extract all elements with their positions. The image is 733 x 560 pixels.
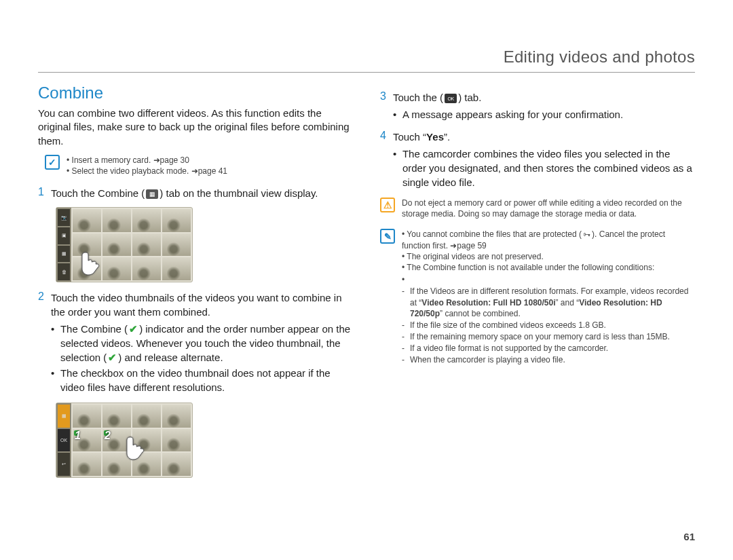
thumb-cell	[102, 405, 131, 428]
sub-bullet: The checkbox on the video thumbnail does…	[51, 366, 353, 394]
note-icon: ✎	[380, 229, 395, 244]
left-column: Combine You can combine two different vi…	[38, 83, 353, 486]
section-title: Combine	[38, 83, 353, 102]
checkmark-icon: ✔	[129, 322, 138, 336]
thumb-cell	[132, 405, 161, 428]
thumb-cell	[132, 429, 161, 452]
prerequisites-list: Insert a memory card. ➜page 30 Select th…	[67, 155, 227, 176]
sidebar-back-tab: ↩	[58, 453, 70, 476]
text: ” cannot be combined.	[440, 309, 521, 318]
thumb-cell	[132, 257, 161, 280]
ok-label: OK	[60, 438, 67, 443]
sidebar-tab: 📷	[58, 209, 70, 226]
intro-paragraph: You can combine two different videos. As…	[38, 107, 353, 148]
note-sub-item: If the remaining memory space on your me…	[402, 331, 695, 342]
warning-block: ⚠ Do not eject a memory card or power of…	[380, 198, 695, 219]
sub-bullet: A message appears asking for your confir…	[393, 107, 695, 122]
page-header: Editing videos and photos	[38, 48, 695, 67]
note-sub-list: If the Videos are in different resolutio…	[402, 274, 695, 366]
thumbnail-grid	[71, 208, 192, 282]
warning-icon: ⚠	[380, 198, 395, 212]
thumb-cell	[73, 209, 101, 232]
text: ) tab on the thumbnail view display.	[159, 187, 318, 199]
sidebar-tab: 🗑	[58, 263, 70, 280]
thumbnail-display-1: 📷 ▣ ▦ 🗑	[56, 207, 193, 282]
notes-block: ✎ You cannot combine the files that are …	[380, 229, 695, 366]
right-column: 3 Touch the (OK) tab. A message appears …	[380, 83, 695, 486]
sub-bullet: The camcorder combines the video files y…	[393, 147, 695, 189]
sidebar-tab: ▦	[58, 246, 70, 263]
step-body: Touch the (OK) tab. A message appears as…	[393, 90, 695, 123]
step-sub-list: The Combine (✔) indicator and the order …	[51, 322, 353, 394]
note-sub-item: If a video file format is not supported …	[402, 343, 695, 354]
thumb-cell	[162, 209, 191, 232]
step-number: 3	[380, 90, 386, 123]
text: ) and release alternate.	[118, 352, 223, 363]
thumb-cell	[102, 453, 131, 476]
step-body: Touch “Yes”. The camcorder combines the …	[393, 130, 695, 191]
step-body: Touch the Combine (▦) tab on the thumbna…	[51, 186, 353, 200]
note-sub-item: If the Videos are in different resolutio…	[402, 286, 695, 319]
key-icon: 🗝	[583, 229, 590, 240]
note-item: The original videos are not preserved.	[402, 251, 695, 262]
note-sub-item: When the camcorder is playing a video fi…	[402, 354, 695, 365]
text: Touch the video thumbnails of the videos…	[51, 292, 342, 318]
thumb-cell	[73, 234, 101, 257]
ok-icon: OK	[445, 94, 457, 103]
thumb-cell	[132, 209, 161, 232]
step-sub-list: A message appears asking for your confir…	[393, 107, 695, 122]
checkmark-icon: ✓	[45, 155, 60, 170]
step-2: 2 Touch the video thumbnails of the vide…	[38, 291, 353, 396]
step-body: Touch the video thumbnails of the videos…	[51, 291, 353, 396]
thumb-cell	[162, 257, 191, 280]
step-1: 1 Touch the Combine (▦) tab on the thumb…	[38, 186, 353, 200]
combine-icon: ▦	[146, 189, 158, 199]
thumbnail-display-2: ▦ OK ↩ 1 2	[56, 403, 193, 478]
text: Touch “	[393, 131, 426, 143]
text: The Combine function is not available un…	[407, 263, 654, 272]
two-column-layout: Combine You can combine two different vi…	[38, 83, 695, 486]
text: Touch the (	[393, 92, 443, 103]
prereq-item: Insert a memory card. ➜page 30	[67, 155, 227, 166]
thumb-cell-selected: 2	[102, 429, 131, 452]
sub-bullet: The Combine (✔) indicator and the order …	[51, 322, 353, 365]
thumb-cell	[162, 453, 191, 476]
step-number: 1	[38, 186, 44, 200]
thumb-cell	[73, 405, 101, 428]
thumb-cell	[102, 257, 131, 280]
text: ”.	[444, 131, 450, 143]
text: Do not eject a memory card or power off …	[402, 198, 682, 219]
sidebar-tab-active: ▦	[58, 405, 70, 428]
manual-page: Editing videos and photos Combine You ca…	[0, 0, 733, 560]
thumb-cell	[162, 429, 191, 452]
text: ) tab.	[458, 92, 481, 103]
thumb-cell	[132, 234, 161, 257]
thumb-cell	[102, 209, 131, 232]
prereq-item: Select the video playback mode. ➜page 41	[67, 166, 227, 176]
thumbnail-grid: 1 2	[71, 403, 192, 477]
sidebar-ok-tab: OK	[58, 429, 70, 452]
thumb-cell	[102, 234, 131, 257]
step-number: 4	[380, 130, 386, 191]
text-bold: Video Resolution: Full HD 1080/50i	[421, 298, 555, 307]
page-number: 61	[683, 531, 695, 542]
step-3: 3 Touch the (OK) tab. A message appears …	[380, 90, 695, 123]
text-bold: Yes	[426, 131, 444, 143]
note-item: You cannot combine the files that are pr…	[402, 229, 695, 250]
thumb-cell	[132, 453, 161, 476]
note-sub-item: If the file size of the combined videos …	[402, 320, 695, 331]
thumbnail-sidebar: ▦ OK ↩	[56, 403, 71, 477]
step-number: 2	[38, 291, 44, 396]
checkmark-icon: ✔	[108, 350, 117, 365]
text: You cannot combine the files that are pr…	[407, 229, 582, 239]
sidebar-tab: ▣	[58, 227, 70, 244]
text: The Combine (	[60, 323, 128, 335]
thumbnail-sidebar: 📷 ▣ ▦ 🗑	[56, 208, 71, 282]
thumb-cell	[73, 257, 101, 280]
text: Touch the Combine (	[51, 187, 145, 199]
warning-text: Do not eject a memory card or power off …	[402, 198, 695, 219]
notes-list: You cannot combine the files that are pr…	[402, 229, 695, 366]
thumb-cell	[162, 405, 191, 428]
step-4: 4 Touch “Yes”. The camcorder combines th…	[380, 130, 695, 191]
header-divider	[38, 72, 695, 73]
